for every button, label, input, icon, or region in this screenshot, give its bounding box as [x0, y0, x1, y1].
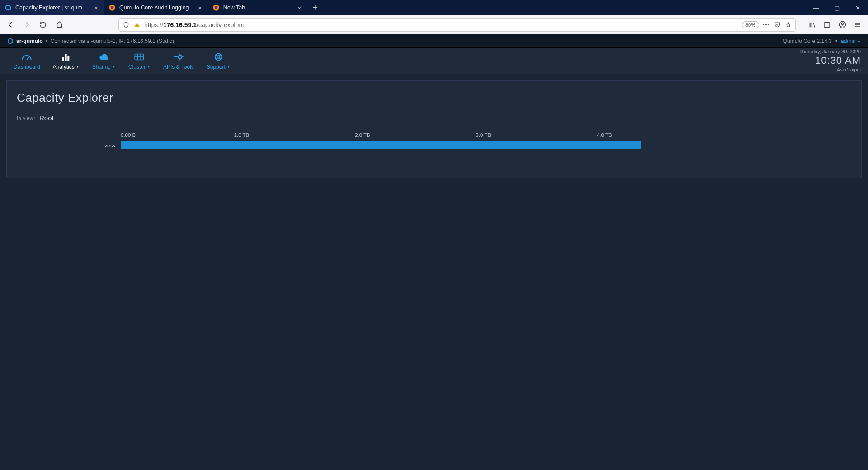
- app-menu-icon[interactable]: [851, 18, 864, 32]
- close-tab-icon[interactable]: ×: [297, 4, 302, 12]
- nav-apis-tools[interactable]: APIs & Tools: [157, 52, 200, 70]
- axis-tick: 4.0 TB: [597, 132, 612, 138]
- pocket-icon[interactable]: [774, 21, 781, 28]
- gauge-icon: [21, 52, 33, 62]
- axis-tick: 1.0 TB: [234, 132, 250, 138]
- page-actions-icon[interactable]: •••: [763, 21, 770, 28]
- chevron-down-icon: ▼: [227, 65, 231, 69]
- browser-toolbar: https://176.16.59.1/capacity-explorer 80…: [0, 15, 868, 34]
- close-window-button[interactable]: ✕: [847, 0, 868, 15]
- nav-label: Sharing: [92, 64, 111, 70]
- chart-row-label[interactable]: vmw: [104, 141, 115, 149]
- library-icon[interactable]: [805, 18, 818, 32]
- maximize-button[interactable]: ▢: [826, 0, 847, 15]
- nav-label: Support: [207, 64, 226, 70]
- back-button[interactable]: [4, 18, 17, 32]
- cloud-icon: [98, 52, 110, 62]
- nav-sharing[interactable]: Sharing▼: [86, 52, 122, 70]
- tab-label: New Tab: [223, 5, 293, 11]
- axis-tick: 3.0 TB: [476, 132, 491, 138]
- nav-support[interactable]: Support▼: [200, 52, 237, 70]
- nav-dashboard[interactable]: Dashboard: [7, 52, 47, 70]
- nav-label: Dashboard: [14, 64, 40, 70]
- tab-label: Capacity Explorer | sr-qumulo: [15, 5, 90, 11]
- nav-label: APIs & Tools: [163, 64, 194, 70]
- inview-value[interactable]: Root: [39, 114, 54, 122]
- user-menu[interactable]: admin ▼: [841, 38, 861, 44]
- svg-point-4: [214, 6, 217, 9]
- capacity-chart: vmw 0.00 B1.0 TB2.0 TB3.0 TB4.0 TB: [17, 131, 851, 150]
- zoom-badge[interactable]: 80%: [742, 21, 759, 28]
- clock-date: Thursday, January 30, 2020: [799, 49, 861, 55]
- nav-label: Cluster: [128, 64, 146, 70]
- url-text: https://176.16.59.1/capacity-explorer: [144, 21, 738, 28]
- app-status-bar: sr-qumulo • Connected via sr-qumulo-1, I…: [0, 34, 868, 48]
- sidebar-icon[interactable]: [820, 18, 834, 32]
- axis-tick: 2.0 TB: [355, 132, 370, 138]
- connection-info: Connected via sr-qumulo-1, IP: 176.16.59…: [51, 38, 174, 44]
- clock-tz: Asia/Taipei: [799, 67, 861, 73]
- chevron-down-icon: ▼: [147, 65, 151, 69]
- chart-bar[interactable]: [121, 141, 641, 149]
- nav-label: Analytics: [53, 64, 75, 70]
- clock: Thursday, January 30, 2020 10:30 AM Asia…: [799, 49, 861, 73]
- bookmark-star-icon[interactable]: [784, 21, 792, 28]
- chevron-down-icon: ▼: [112, 65, 116, 69]
- close-tab-icon[interactable]: ×: [93, 4, 99, 12]
- svg-rect-6: [137, 26, 137, 26]
- inview-label: In view:: [17, 115, 35, 122]
- plug-icon: [173, 52, 184, 62]
- browser-tab[interactable]: New Tab×: [208, 0, 307, 15]
- reload-button[interactable]: [36, 18, 50, 32]
- window-controls: — ▢ ✕: [806, 0, 868, 15]
- browser-tab-bar: Capacity Explorer | sr-qumulo×Qumulo Cor…: [0, 0, 868, 15]
- account-icon[interactable]: [835, 18, 849, 32]
- breadcrumb: In view: Root: [17, 114, 851, 122]
- page-title: Capacity Explorer: [17, 91, 851, 105]
- clock-time: 10:30 AM: [799, 55, 861, 66]
- axis-tick: 0.00 B: [121, 132, 136, 138]
- svg-rect-13: [67, 56, 69, 61]
- close-tab-icon[interactable]: ×: [197, 4, 203, 12]
- home-button[interactable]: [52, 18, 66, 32]
- svg-point-9: [841, 23, 843, 24]
- nav-analytics[interactable]: Analytics▼: [47, 52, 86, 70]
- app-menu-bar: DashboardAnalytics▼Sharing▼Cluster▼APIs …: [0, 48, 868, 74]
- shield-icon: [123, 21, 130, 28]
- browser-tab[interactable]: Qumulo Core Audit Logging – ×: [104, 0, 208, 15]
- browser-tab[interactable]: Capacity Explorer | sr-qumulo×: [0, 0, 104, 15]
- life-ring-icon: [212, 52, 224, 62]
- svg-rect-12: [65, 54, 67, 61]
- svg-point-15: [178, 55, 182, 58]
- version-label: Qumulo Core 2.14.3: [783, 38, 832, 44]
- grid-icon: [133, 52, 145, 62]
- svg-point-17: [217, 56, 220, 58]
- svg-rect-7: [824, 22, 830, 27]
- chevron-down-icon: ▼: [76, 65, 80, 69]
- new-tab-button[interactable]: +: [307, 0, 323, 15]
- tab-label: Qumulo Core Audit Logging –: [119, 5, 193, 11]
- nav-cluster[interactable]: Cluster▼: [122, 52, 157, 70]
- svg-rect-5: [137, 24, 137, 26]
- svg-rect-11: [62, 57, 64, 61]
- forward-button[interactable]: [20, 18, 33, 32]
- bars-icon: [60, 52, 72, 62]
- minimize-button[interactable]: —: [806, 0, 826, 15]
- url-bar[interactable]: https://176.16.59.1/capacity-explorer 80…: [118, 18, 796, 32]
- host-label[interactable]: sr-qumulo: [7, 38, 43, 44]
- svg-point-2: [111, 6, 114, 9]
- lock-warning-icon: [133, 21, 141, 28]
- content-card: Capacity Explorer In view: Root vmw 0.00…: [6, 80, 862, 178]
